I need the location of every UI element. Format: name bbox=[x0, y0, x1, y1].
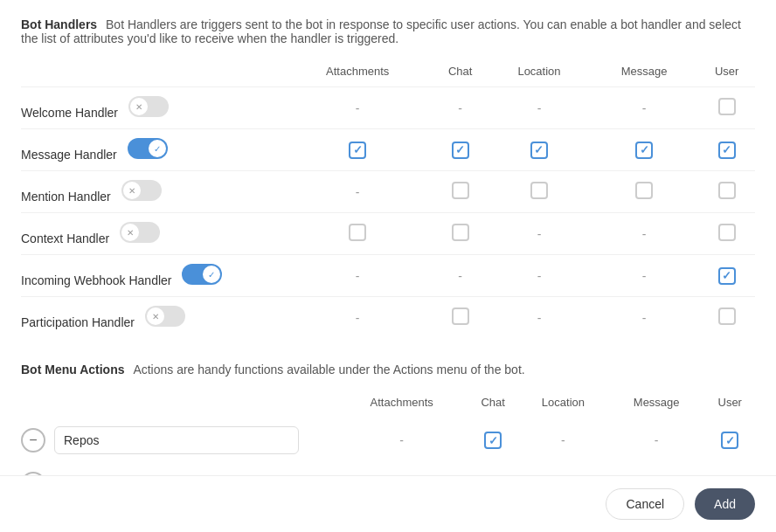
menu-row-controls: − bbox=[21, 426, 336, 454]
dash-value: - bbox=[655, 433, 659, 447]
menu-cell: - bbox=[608, 418, 705, 463]
handler-cell bbox=[698, 129, 755, 171]
unchecked-checkbox[interactable] bbox=[452, 182, 469, 199]
menu-cell bbox=[468, 418, 518, 463]
handler-cell: - bbox=[590, 87, 698, 129]
toggle-knob: ✕ bbox=[147, 307, 164, 325]
checked-checkbox[interactable] bbox=[718, 267, 736, 285]
dash-value: - bbox=[642, 101, 647, 115]
bot-handlers-title: Bot Handlers bbox=[21, 17, 97, 31]
toggle-switch[interactable]: ✕ bbox=[120, 222, 160, 243]
table-row: Welcome Handler ✕ ---- bbox=[21, 87, 755, 129]
col-user: User bbox=[698, 59, 755, 87]
dash-value: - bbox=[642, 227, 647, 241]
toggle-knob: ✕ bbox=[130, 98, 148, 115]
table-row: Participation Handler ✕ --- bbox=[21, 297, 755, 339]
toggle-icon: ✕ bbox=[135, 102, 142, 112]
dash-value: - bbox=[642, 311, 647, 325]
handler-name: Welcome Handler bbox=[21, 106, 118, 120]
toggle-switch[interactable]: ✓ bbox=[182, 264, 222, 285]
toggle-switch[interactable]: ✕ bbox=[121, 180, 162, 201]
unchecked-checkbox[interactable] bbox=[718, 98, 736, 115]
menu-col-message: Message bbox=[608, 390, 705, 418]
menu-cell: - bbox=[518, 418, 608, 463]
handler-cell: - bbox=[590, 255, 698, 297]
handler-cell bbox=[432, 171, 488, 213]
handler-cell: - bbox=[488, 213, 590, 255]
dash-value: - bbox=[537, 227, 542, 241]
row-name-cell: Mention Handler ✕ bbox=[21, 171, 283, 213]
bot-menu-actions-table: Attachments Chat Location Message User −… bbox=[21, 390, 755, 463]
unchecked-checkbox[interactable] bbox=[349, 224, 366, 241]
unchecked-checkbox[interactable] bbox=[718, 224, 736, 241]
col-handler-name bbox=[21, 59, 283, 87]
table-row: Message Handler ✓ bbox=[21, 129, 755, 171]
unchecked-checkbox[interactable] bbox=[530, 182, 548, 199]
footer: Cancel Add bbox=[0, 475, 776, 532]
handler-cell: - bbox=[283, 171, 432, 213]
handler-cell: - bbox=[488, 87, 590, 129]
handler-name: Participation Handler bbox=[21, 315, 135, 329]
handler-cell: - bbox=[590, 297, 698, 339]
checked-checkbox[interactable] bbox=[452, 142, 469, 159]
bot-menu-actions-header: Bot Menu Actions Actions are handy funct… bbox=[21, 363, 755, 377]
bot-menu-actions-title: Bot Menu Actions bbox=[21, 363, 124, 377]
dash-value: - bbox=[356, 269, 360, 283]
toggle-icon: ✕ bbox=[152, 312, 159, 321]
cancel-button[interactable]: Cancel bbox=[606, 488, 684, 520]
col-message: Message bbox=[590, 59, 698, 87]
row-name-cell: Participation Handler ✕ bbox=[21, 297, 283, 339]
toggle-icon: ✓ bbox=[208, 270, 215, 280]
menu-cell: - bbox=[336, 418, 468, 463]
toggle-switch[interactable]: ✕ bbox=[145, 306, 185, 327]
checked-checkbox[interactable] bbox=[349, 142, 366, 159]
handler-name: Message Handler bbox=[21, 148, 117, 162]
dash-value: - bbox=[356, 101, 360, 115]
dash-value: - bbox=[356, 311, 360, 325]
menu-action-name-input[interactable] bbox=[54, 426, 299, 454]
checked-checkbox[interactable] bbox=[721, 432, 738, 449]
bot-handlers-header: Bot Handlers Bot Handlers are triggers s… bbox=[21, 17, 755, 45]
unchecked-checkbox[interactable] bbox=[452, 307, 469, 325]
toggle-icon: ✕ bbox=[128, 186, 135, 196]
handler-cell: - bbox=[488, 297, 590, 339]
handler-cell bbox=[698, 255, 755, 297]
checked-checkbox[interactable] bbox=[530, 142, 548, 159]
handler-cell bbox=[283, 129, 432, 171]
handler-name: Incoming Webhook Handler bbox=[21, 273, 172, 287]
unchecked-checkbox[interactable] bbox=[452, 224, 469, 241]
menu-cell bbox=[704, 418, 755, 463]
menu-col-user: User bbox=[704, 390, 755, 418]
menu-col-location: Location bbox=[518, 390, 608, 418]
handler-cell bbox=[698, 297, 755, 339]
handler-cell bbox=[698, 213, 755, 255]
unchecked-checkbox[interactable] bbox=[718, 307, 736, 325]
unchecked-checkbox[interactable] bbox=[635, 182, 653, 199]
row-name-cell: Context Handler ✕ bbox=[21, 213, 283, 255]
bot-handlers-description: Bot Handlers are triggers sent to the bo… bbox=[21, 17, 741, 45]
unchecked-checkbox[interactable] bbox=[718, 182, 736, 199]
row-name-cell: Welcome Handler ✕ bbox=[21, 87, 283, 129]
handler-cell: - bbox=[283, 297, 432, 339]
checked-checkbox[interactable] bbox=[635, 142, 653, 159]
toggle-switch[interactable]: ✓ bbox=[128, 138, 168, 159]
add-button[interactable]: Add bbox=[695, 488, 755, 520]
row-name-cell: Incoming Webhook Handler ✓ bbox=[21, 255, 283, 297]
handler-cell bbox=[283, 213, 432, 255]
menu-row-name-cell: − bbox=[21, 418, 336, 463]
handler-cell bbox=[432, 297, 488, 339]
bot-handlers-table: Attachments Chat Location Message User W… bbox=[21, 59, 755, 338]
handler-cell bbox=[698, 171, 755, 213]
dash-value: - bbox=[537, 101, 542, 115]
checked-checkbox[interactable] bbox=[718, 142, 736, 159]
toggle-switch[interactable]: ✕ bbox=[128, 96, 169, 117]
handler-cell bbox=[590, 171, 698, 213]
checked-checkbox[interactable] bbox=[484, 432, 502, 449]
remove-row-button[interactable]: − bbox=[21, 428, 45, 453]
dash-value: - bbox=[399, 433, 404, 447]
toggle-knob: ✓ bbox=[149, 140, 166, 157]
handler-cell bbox=[590, 129, 698, 171]
bot-menu-actions-description: Actions are handy functions available un… bbox=[133, 363, 524, 377]
toggle-knob: ✕ bbox=[123, 182, 141, 199]
dash-value: - bbox=[642, 269, 647, 283]
